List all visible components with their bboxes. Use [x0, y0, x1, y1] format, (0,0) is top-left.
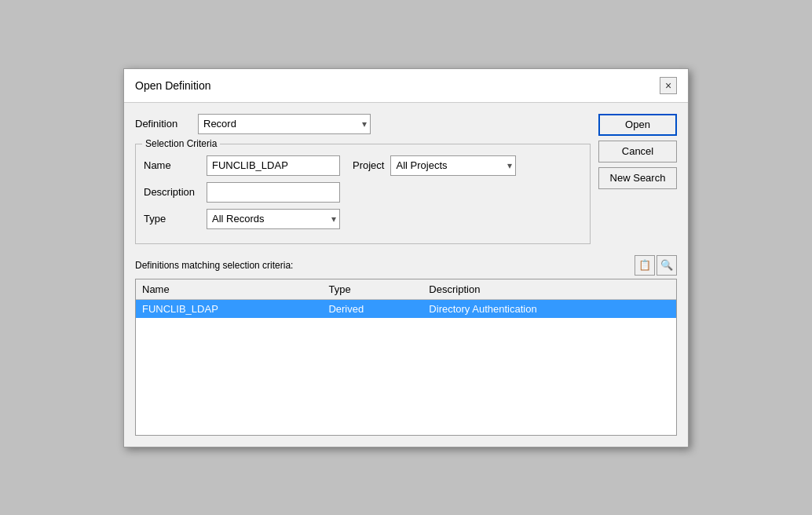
dialog-title: Open Definition	[135, 79, 211, 92]
project-select-wrapper: All Projects Project A	[390, 155, 516, 176]
description-input[interactable]	[207, 182, 340, 203]
description-label: Description	[144, 186, 207, 198]
table-row[interactable]: FUNCLIB_LDAP Derived Directory Authentic…	[136, 299, 676, 318]
open-button[interactable]: Open	[598, 114, 677, 136]
form-area: Definition Record Function Class Selecti…	[135, 114, 591, 252]
name-project-row: Name Project All Projects Project A	[144, 155, 582, 176]
close-button[interactable]: ×	[660, 77, 677, 94]
search-view-button[interactable]: 🔍	[657, 255, 677, 276]
type-select-wrapper: All Records Derived SQL	[207, 209, 340, 229]
row-description: Directory Authentication	[422, 299, 676, 318]
type-select[interactable]: All Records Derived SQL	[207, 209, 340, 229]
col-description: Description	[422, 279, 676, 300]
type-row: Type All Records Derived SQL	[144, 209, 582, 229]
description-row: Description	[144, 182, 582, 203]
list-icon: 📋	[638, 259, 651, 271]
open-definition-dialog: Open Definition × Definition Record Func…	[123, 68, 689, 447]
col-name: Name	[136, 279, 322, 300]
name-label: Name	[144, 159, 207, 171]
col-type: Type	[322, 279, 422, 300]
definition-label: Definition	[135, 118, 198, 130]
buttons-area: Open Cancel New Search	[598, 114, 677, 189]
new-search-button[interactable]: New Search	[598, 167, 677, 189]
results-header: Definitions matching selection criteria:…	[135, 255, 677, 276]
list-view-button[interactable]: 📋	[635, 255, 655, 276]
definition-row: Definition Record Function Class	[135, 114, 591, 134]
icon-buttons: 📋 🔍	[635, 255, 677, 276]
definition-select[interactable]: Record Function Class	[198, 114, 371, 134]
name-input[interactable]	[207, 155, 340, 176]
results-section: Definitions matching selection criteria:…	[135, 255, 677, 436]
results-table-body: FUNCLIB_LDAP Derived Directory Authentic…	[136, 299, 676, 318]
header-row: Name Type Description	[136, 279, 676, 300]
criteria-inner: Name Project All Projects Project A	[144, 152, 582, 229]
project-select[interactable]: All Projects Project A	[390, 155, 516, 176]
row-type: Derived	[322, 299, 422, 318]
project-label: Project	[353, 159, 384, 171]
dialog-body: Definition Record Function Class Selecti…	[124, 103, 688, 447]
results-table: Name Type Description FUNCLIB_LDAP Deriv…	[136, 279, 676, 318]
results-label: Definitions matching selection criteria:	[135, 260, 293, 271]
title-bar: Open Definition ×	[124, 69, 688, 103]
row-name: FUNCLIB_LDAP	[136, 299, 322, 318]
magnify-icon: 🔍	[660, 259, 673, 271]
selection-criteria-box: Selection Criteria Name Project All Proj…	[135, 144, 591, 244]
type-label: Type	[144, 213, 207, 225]
selection-criteria-legend: Selection Criteria	[142, 138, 220, 149]
top-area: Definition Record Function Class Selecti…	[135, 114, 677, 252]
results-table-header: Name Type Description	[136, 279, 676, 300]
results-table-container: Name Type Description FUNCLIB_LDAP Deriv…	[135, 279, 677, 436]
cancel-button[interactable]: Cancel	[598, 141, 677, 163]
definition-select-wrapper: Record Function Class	[198, 114, 371, 134]
